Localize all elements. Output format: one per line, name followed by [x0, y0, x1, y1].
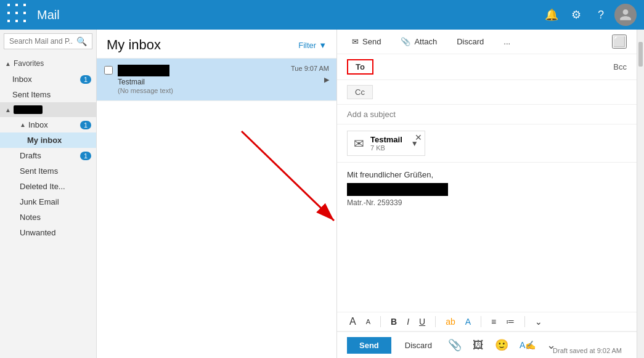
- subject-input[interactable]: [347, 110, 627, 119]
- search-bar[interactable]: 🔍: [4, 33, 92, 49]
- top-bar: Mail 🔔 ⚙ ?: [0, 0, 644, 30]
- paperclip-icon: 📎: [401, 37, 410, 46]
- scrollbar[interactable]: [637, 30, 644, 358]
- underline-button[interactable]: U: [417, 315, 428, 328]
- attach-final-button[interactable]: 📎: [446, 336, 464, 354]
- search-input[interactable]: [9, 37, 73, 46]
- font-size-up-button[interactable]: A: [347, 315, 359, 328]
- sender-name-blacked: [118, 65, 169, 76]
- sidebar: 🔍 ▲ Favorites Inbox 1 Sent Items ▲: [0, 30, 97, 358]
- settings-button[interactable]: ⚙: [565, 4, 587, 26]
- send-button[interactable]: ✉ Send: [347, 35, 386, 49]
- email-checkbox[interactable]: [104, 66, 113, 75]
- highlight-button[interactable]: ab: [443, 315, 458, 328]
- expand-compose-icon[interactable]: ⬜: [612, 35, 627, 49]
- inbox-fav-badge: 1: [80, 75, 91, 84]
- account-name-blacked: [14, 105, 43, 114]
- sidebar-item-inbox-fav[interactable]: Inbox 1: [0, 71, 96, 87]
- account-bar[interactable]: ▲: [0, 102, 96, 117]
- to-input[interactable]: [378, 62, 608, 71]
- numbered-button[interactable]: ≔: [503, 315, 517, 328]
- sent-fav-label: Sent Items: [12, 90, 51, 99]
- filter-button[interactable]: Filter ▼: [298, 41, 327, 50]
- signature-button[interactable]: A✍: [517, 338, 538, 352]
- inbox-fav-label: Inbox: [12, 75, 32, 84]
- attach-button[interactable]: 📎 Attach: [396, 35, 442, 49]
- italic-button[interactable]: I: [404, 315, 412, 328]
- cc-input[interactable]: [378, 87, 627, 97]
- sidebar-nav: ▲ Favorites Inbox 1 Sent Items ▲ ▲ I: [0, 53, 96, 358]
- expand-thread-icon[interactable]: ▶: [324, 76, 329, 84]
- sub-inbox-badge: 1: [80, 121, 91, 129]
- email-content: Testmail (No message text): [118, 65, 286, 94]
- bcc-button[interactable]: Bcc: [613, 62, 627, 71]
- sub-inbox-label: Inbox: [28, 120, 48, 129]
- format-toolbar: A A B I U ab A ≡ ≔ ⌄: [337, 312, 637, 332]
- attachment-close-icon[interactable]: ✕: [415, 132, 422, 142]
- body-greeting: Mit freundlicher Grüßen,: [347, 170, 627, 179]
- image-button[interactable]: 🖼: [470, 336, 486, 354]
- drafts-badge: 1: [80, 152, 91, 160]
- cc-label: Cc: [347, 85, 373, 99]
- filter-chevron-icon: ▼: [319, 41, 327, 50]
- bell-button[interactable]: 🔔: [540, 4, 563, 26]
- draft-saved-status: Draft saved at 9:02 AM: [553, 347, 622, 354]
- attachment-card: ✉ Testmail 7 KB ✕ ▼: [347, 131, 425, 156]
- sidebar-item-deleted[interactable]: Deleted Ite...: [0, 179, 96, 194]
- discard-button[interactable]: Discard: [452, 35, 489, 49]
- bullets-button[interactable]: ≡: [489, 315, 499, 328]
- app-title: Mail: [37, 8, 533, 22]
- bold-button[interactable]: B: [388, 315, 399, 328]
- body-name-blacked: [347, 183, 448, 196]
- filter-label: Filter: [298, 41, 316, 50]
- compose-panel: ✉ Send 📎 Attach Discard ... ⬜ To: [337, 30, 637, 358]
- email-attachment-icon: ✉: [354, 136, 364, 151]
- main-layout: 🔍 ▲ Favorites Inbox 1 Sent Items ▲: [0, 30, 644, 358]
- format-separator-4: [524, 316, 525, 327]
- inbox-header: My inbox Filter ▼: [97, 30, 336, 59]
- sidebar-item-drafts[interactable]: Drafts 1: [0, 148, 96, 163]
- format-more-button[interactable]: ⌄: [532, 315, 545, 328]
- apps-icon[interactable]: [7, 4, 30, 26]
- sidebar-item-sub-inbox[interactable]: ▲ Inbox 1: [0, 117, 96, 132]
- compose-toolbar: ✉ Send 📎 Attach Discard ... ⬜: [337, 30, 637, 54]
- inbox-title: My inbox: [107, 37, 161, 53]
- drafts-label: Drafts: [20, 151, 41, 160]
- to-button[interactable]: To: [347, 59, 373, 75]
- scroll-thumb[interactable]: [638, 42, 643, 67]
- email-body: Mit freundlicher Grüßen, Matr.-Nr. 25933…: [337, 163, 637, 312]
- avatar[interactable]: [614, 4, 637, 26]
- sent-label: Sent Items: [20, 166, 58, 176]
- sidebar-item-sent-fav[interactable]: Sent Items: [0, 87, 96, 102]
- sidebar-item-unwanted[interactable]: Unwanted: [0, 225, 96, 240]
- to-field: To Bcc: [337, 54, 637, 80]
- discard-final-button[interactable]: Discard: [397, 337, 439, 354]
- email-sender: [118, 65, 286, 76]
- sidebar-item-junk[interactable]: Junk Email: [0, 194, 96, 210]
- deleted-label: Deleted Ite...: [20, 182, 65, 191]
- email-list: Testmail (No message text) Tue 9:07 AM ▶: [97, 59, 336, 358]
- attachment-size: 7 KB: [370, 144, 402, 152]
- more-options-button[interactable]: ...: [499, 35, 515, 49]
- font-size-down-button[interactable]: A: [364, 317, 373, 327]
- sidebar-item-my-inbox[interactable]: My inbox: [0, 132, 96, 148]
- junk-label: Junk Email: [20, 197, 59, 206]
- top-bar-icons: 🔔 ⚙ ?: [540, 4, 637, 26]
- email-item[interactable]: Testmail (No message text) Tue 9:07 AM ▶: [97, 59, 336, 101]
- favorites-header[interactable]: ▲ Favorites: [0, 55, 96, 71]
- email-preview: (No message text): [118, 87, 286, 94]
- font-color-button[interactable]: A: [463, 315, 473, 328]
- my-inbox-label: My inbox: [27, 136, 62, 145]
- emoji-button[interactable]: 🙂: [492, 336, 511, 354]
- sidebar-item-notes[interactable]: Notes: [0, 210, 96, 225]
- format-separator: [380, 316, 381, 327]
- cc-field: Cc: [337, 80, 637, 105]
- sidebar-item-sent[interactable]: Sent Items: [0, 163, 96, 179]
- attachment-name: Testmail: [370, 135, 402, 144]
- discard-label: Discard: [457, 37, 484, 46]
- middle-panel: My inbox Filter ▼ Testmail (No message t…: [97, 30, 337, 358]
- attachment-info: Testmail 7 KB: [370, 135, 402, 152]
- help-button[interactable]: ?: [590, 4, 612, 26]
- send-final-button[interactable]: Send: [347, 337, 391, 354]
- email-subject: Testmail: [118, 78, 286, 86]
